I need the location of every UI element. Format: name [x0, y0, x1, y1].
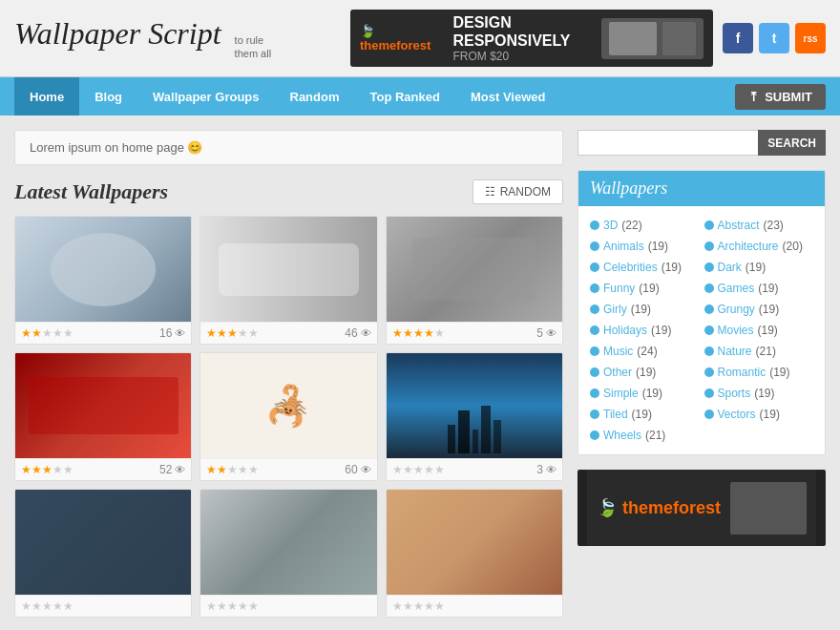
cat-item-wheels[interactable]: Wheels (21) — [590, 426, 700, 445]
wallpapers-panel: Wallpapers 3D (22)Abstract (23)Animals (… — [578, 170, 826, 455]
cat-item-holidays[interactable]: Holidays (19) — [590, 321, 700, 340]
cat-link-wheels[interactable]: Wheels — [603, 429, 641, 442]
wallpaper-info-6: ★★★★★ 3 👁 — [387, 458, 562, 480]
cat-item-movies[interactable]: Movies (19) — [704, 321, 814, 340]
cat-item-music[interactable]: Music (24) — [590, 342, 700, 361]
wallpaper-item-6[interactable]: ★★★★★ 3 👁 — [386, 352, 563, 481]
cat-link-movies[interactable]: Movies — [718, 324, 754, 337]
social-icons: f t rss — [723, 23, 826, 53]
cat-item-abstract[interactable]: Abstract (23) — [704, 216, 814, 235]
cat-item-other[interactable]: Other (19) — [590, 363, 700, 382]
cat-link-romantic[interactable]: Romantic — [718, 366, 766, 379]
cat-link-animals[interactable]: Animals — [603, 240, 644, 253]
nav-home[interactable]: Home — [14, 77, 79, 116]
content: Lorem ipsum on home page 😊 Latest Wallpa… — [14, 130, 563, 618]
wallpaper-info-7: ★★★★★ — [15, 595, 191, 617]
cat-link-girly[interactable]: Girly — [603, 303, 627, 316]
cat-item-nature[interactable]: Nature (21) — [704, 342, 814, 361]
cat-dot — [590, 388, 599, 398]
wallpaper-item-1[interactable]: ★★★★★ 16 👁 — [14, 216, 192, 345]
stars-5[interactable]: ★★★★★ — [206, 463, 259, 476]
stars-2[interactable]: ★★★★★ — [206, 326, 259, 340]
upload-icon: ⤒ — [748, 90, 759, 104]
search-input[interactable] — [578, 130, 758, 156]
cat-link-vectors[interactable]: Vectors — [718, 408, 756, 421]
cat-item-girly[interactable]: Girly (19) — [590, 300, 700, 319]
cat-count-dark: (19) — [746, 261, 766, 274]
navbar: Home Blog Wallpaper Groups Random Top Ra… — [0, 77, 840, 116]
nav-random[interactable]: Random — [275, 77, 355, 116]
random-button[interactable]: ☷ RANDOM — [472, 179, 563, 204]
cat-item-grungy[interactable]: Grungy (19) — [704, 300, 814, 319]
cat-dot — [590, 410, 599, 419]
cat-link-holidays[interactable]: Holidays — [603, 324, 647, 337]
cat-link-funny[interactable]: Funny — [603, 282, 635, 295]
submit-button[interactable]: ⤒ SUBMIT — [735, 84, 826, 110]
search-button[interactable]: SEARCH — [758, 130, 826, 156]
cat-item-dark[interactable]: Dark (19) — [704, 258, 814, 277]
header-right: 🍃 themeforest DESIGN RESPONSIVELY FROM $… — [350, 10, 826, 67]
cat-link-other[interactable]: Other — [603, 366, 632, 379]
nav-most-viewed[interactable]: Most Viewed — [455, 77, 561, 116]
cat-link-music[interactable]: Music — [603, 345, 633, 358]
cat-count-grungy: (19) — [759, 303, 779, 316]
cat-item-funny[interactable]: Funny (19) — [590, 279, 700, 298]
cat-item-romantic[interactable]: Romantic (19) — [704, 363, 814, 382]
cat-link-abstract[interactable]: Abstract — [718, 219, 760, 232]
cat-item-celebrities[interactable]: Celebrities (19) — [590, 258, 700, 277]
cat-link-games[interactable]: Games — [718, 282, 755, 295]
stars-4[interactable]: ★★★★★ — [21, 463, 74, 476]
stars-6[interactable]: ★★★★★ — [392, 463, 445, 476]
wallpaper-item-4[interactable]: ★★★★★ 52 👁 — [14, 352, 192, 481]
cat-item-games[interactable]: Games (19) — [704, 279, 814, 298]
twitter-icon[interactable]: t — [759, 23, 789, 53]
wallpaper-item-8[interactable]: ★★★★★ — [200, 489, 377, 618]
cat-item-architecture[interactable]: Architecture (20) — [704, 237, 814, 256]
views-3: 5 👁 — [536, 326, 556, 340]
cat-link-dark[interactable]: Dark — [718, 261, 742, 274]
cat-item-tiled[interactable]: Tiled (19) — [590, 405, 700, 424]
cat-dot — [704, 262, 714, 272]
cat-count-music: (24) — [637, 345, 657, 358]
logo: Wallpaper Script — [14, 16, 221, 52]
cat-dot — [590, 262, 599, 272]
wallpaper-item-5[interactable]: 🦂 ★★★★★ 60 👁 — [200, 352, 377, 481]
wallpaper-item-9[interactable]: ★★★★★ — [386, 489, 563, 618]
cat-item-simple[interactable]: Simple (19) — [590, 384, 700, 403]
cat-count-girly: (19) — [631, 303, 651, 316]
nav-wallpaper-groups[interactable]: Wallpaper Groups — [137, 77, 274, 116]
cat-link-simple[interactable]: Simple — [603, 387, 639, 400]
cat-link-3d[interactable]: 3D — [603, 219, 618, 232]
cat-link-sports[interactable]: Sports — [718, 387, 751, 400]
rss-icon[interactable]: rss — [795, 23, 826, 53]
stars-8[interactable]: ★★★★★ — [206, 599, 259, 613]
cat-link-grungy[interactable]: Grungy — [718, 303, 755, 316]
cat-link-architecture[interactable]: Architecture — [718, 240, 779, 253]
stars-9[interactable]: ★★★★★ — [392, 599, 445, 613]
cat-dot — [704, 242, 714, 251]
notice-text: Lorem ipsum on home page 😊 — [30, 140, 202, 155]
cat-item-vectors[interactable]: Vectors (19) — [704, 405, 814, 424]
cat-link-celebrities[interactable]: Celebrities — [603, 261, 658, 274]
cat-link-nature[interactable]: Nature — [718, 345, 752, 358]
stars-1[interactable]: ★★★★★ — [21, 326, 74, 340]
sidebar: SEARCH Wallpapers 3D (22)Abstract (23)An… — [578, 130, 826, 618]
cat-item-sports[interactable]: Sports (19) — [704, 384, 814, 403]
cat-link-tiled[interactable]: Tiled — [603, 408, 628, 421]
wallpaper-item-3[interactable]: ★★★★★ 5 👁 — [386, 216, 563, 345]
stars-3[interactable]: ★★★★★ — [392, 326, 445, 340]
cat-count-wheels: (21) — [645, 429, 665, 442]
cat-item-3d[interactable]: 3D (22) — [590, 216, 700, 235]
wallpaper-item-7[interactable]: ★★★★★ — [14, 489, 192, 618]
facebook-icon[interactable]: f — [723, 23, 753, 53]
wallpaper-thumb-2 — [200, 217, 376, 322]
nav-top-ranked[interactable]: Top Ranked — [355, 77, 455, 116]
wallpaper-thumb-4 — [15, 353, 191, 458]
cat-item-animals[interactable]: Animals (19) — [590, 237, 700, 256]
wallpaper-item-2[interactable]: ★★★★★ 46 👁 — [200, 216, 377, 345]
stars-7[interactable]: ★★★★★ — [21, 599, 74, 613]
themeforest-ad[interactable]: 🍃 themeforest — [578, 470, 826, 546]
ad-subtext: FROM $20 — [452, 50, 601, 63]
nav-blog[interactable]: Blog — [79, 77, 137, 116]
cat-dot — [704, 220, 714, 230]
